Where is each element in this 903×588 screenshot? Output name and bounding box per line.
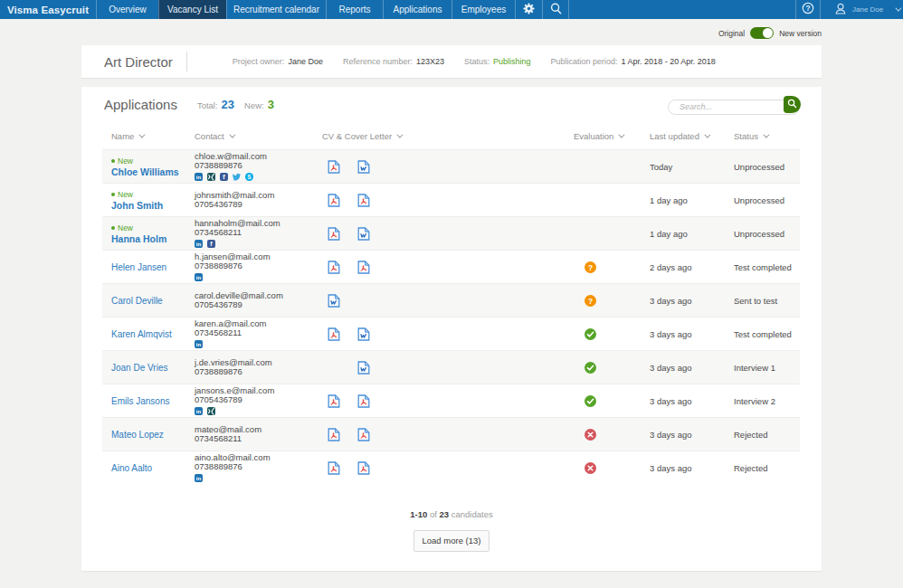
user-menu[interactable]: Jane Doe — [820, 0, 903, 19]
last-updated-text: 3 days ago — [650, 384, 734, 417]
nav-item-recruitment-calendar[interactable]: Recruitment calendar — [226, 0, 326, 19]
letter-pdf-document-icon[interactable] — [357, 461, 370, 475]
nav-item-overview[interactable]: Overview — [96, 0, 158, 19]
cv-pdf-document-icon[interactable] — [328, 261, 340, 274]
evaluation-question-icon[interactable]: ? — [585, 295, 596, 307]
nav-settings-button[interactable] — [515, 0, 542, 19]
status-text: Interview 1 — [734, 351, 800, 384]
applications-header: Applications Total: 23 New: 3 — [81, 87, 822, 122]
search-submit-button[interactable] — [784, 96, 801, 113]
candidates-label: candidates — [452, 509, 493, 519]
evaluation-check-icon[interactable] — [585, 362, 596, 374]
letter-word-document-icon[interactable] — [357, 160, 370, 174]
candidate-name-link[interactable]: Helen Jansen — [111, 262, 186, 272]
candidate-name-link[interactable]: Chloe Williams — [111, 166, 186, 177]
version-toggle-switch[interactable] — [750, 27, 774, 39]
evaluation-cross-icon[interactable] — [585, 429, 596, 441]
applications-title: Applications — [104, 97, 177, 112]
linkedin-icon[interactable]: in — [195, 240, 203, 248]
column-header-last-updated[interactable]: Last updated — [650, 122, 734, 149]
skype-icon[interactable]: S — [245, 173, 253, 181]
cv-pdf-document-icon[interactable] — [328, 327, 340, 341]
new-badge-label: New — [118, 156, 133, 166]
cv-word-document-icon[interactable] — [328, 294, 340, 308]
letter-pdf-document-icon[interactable] — [357, 261, 370, 274]
meta-label: Publication period: — [551, 57, 618, 66]
column-header-cv[interactable]: CV & Cover Letter — [322, 122, 574, 149]
cv-pdf-document-icon[interactable] — [328, 227, 340, 241]
search-input[interactable] — [668, 100, 800, 115]
table-row: Emils Jansons jansons.e@mail.com 0705436… — [102, 384, 800, 417]
linkedin-icon[interactable]: in — [195, 407, 203, 415]
candidate-name-link[interactable]: Aino Aalto — [111, 463, 186, 473]
meta-value: Jane Doe — [288, 57, 323, 66]
documents-cell — [322, 451, 574, 484]
candidate-name-link[interactable]: Emils Jansons — [111, 396, 186, 406]
facebook-icon[interactable]: f — [207, 240, 215, 248]
nav-item-vacancy-list[interactable]: Vacancy List — [158, 0, 226, 19]
xing-icon[interactable] — [207, 173, 215, 181]
social-icons-row: infS — [195, 173, 322, 181]
sort-chevron-icon — [704, 131, 710, 138]
column-header-contact[interactable]: Contact — [186, 122, 322, 149]
letter-pdf-document-icon[interactable] — [357, 428, 370, 441]
evaluation-cell — [574, 384, 650, 417]
evaluation-question-icon[interactable]: ? — [585, 261, 596, 273]
cv-pdf-document-icon[interactable] — [328, 461, 340, 475]
candidate-name-link[interactable]: Mateo Lopez — [111, 430, 186, 440]
linkedin-icon[interactable]: in — [195, 173, 203, 181]
evaluation-check-icon[interactable] — [585, 395, 596, 407]
cv-pdf-document-icon[interactable] — [328, 160, 340, 174]
letter-word-document-icon[interactable] — [357, 361, 370, 375]
last-updated-text: 3 days ago — [650, 451, 734, 484]
brand-logo[interactable]: Visma Easycruit — [0, 0, 96, 19]
candidate-phone: 0738889876 — [195, 367, 322, 377]
pagination-summary: 1-10 of 23 candidates — [81, 509, 822, 519]
candidate-phone: 0738889876 — [195, 462, 322, 472]
cv-pdf-document-icon[interactable] — [328, 194, 340, 207]
new-label: New: — [244, 100, 264, 110]
candidate-name-link[interactable]: Joan De Vries — [111, 363, 186, 373]
letter-pdf-document-icon[interactable] — [357, 194, 370, 207]
cv-pdf-document-icon[interactable] — [328, 428, 340, 441]
candidate-name-link[interactable]: Karen Almqvist — [111, 329, 186, 339]
evaluation-cross-icon[interactable] — [585, 462, 596, 474]
column-header-evaluation[interactable]: Evaluation — [574, 122, 650, 149]
linkedin-icon[interactable]: in — [195, 273, 203, 281]
load-more-button[interactable]: Load more (13) — [413, 530, 490, 552]
table-row: Karen Almqvist karen.a@mail.com 07345682… — [102, 317, 800, 350]
empty-document-slot — [357, 294, 370, 308]
evaluation-cell — [574, 318, 650, 350]
nav-item-reports[interactable]: Reports — [326, 0, 383, 19]
candidate-name-link[interactable]: Hanna Holm — [111, 233, 186, 244]
vacancy-title: Art Director — [104, 54, 173, 70]
last-updated-text: 3 days ago — [650, 351, 734, 384]
documents-cell — [322, 251, 574, 283]
candidate-name-link[interactable]: John Smith — [111, 200, 186, 211]
facebook-icon[interactable]: f — [220, 173, 228, 181]
column-header-name[interactable]: Name — [102, 122, 186, 149]
linkedin-icon[interactable]: in — [195, 340, 203, 348]
table-header-row: Name Contact CV & Cover Letter Evaluatio… — [102, 122, 800, 149]
letter-pdf-document-icon[interactable] — [357, 394, 370, 408]
social-icons-row: in — [195, 407, 322, 415]
evaluation-cell — [574, 150, 650, 183]
status-text: Rejected — [734, 418, 800, 450]
column-header-status[interactable]: Status — [734, 122, 800, 149]
nav-item-applications[interactable]: Applications — [383, 0, 452, 19]
nav-search-button[interactable] — [542, 0, 568, 19]
letter-word-document-icon[interactable] — [357, 327, 370, 341]
meta-label: Reference number: — [343, 57, 413, 66]
new-badge: New — [111, 223, 186, 232]
social-icons-row: in — [195, 273, 322, 281]
letter-word-document-icon[interactable] — [357, 227, 370, 241]
evaluation-check-icon[interactable] — [585, 328, 596, 340]
linkedin-icon[interactable]: in — [195, 474, 203, 482]
twitter-icon[interactable] — [233, 173, 241, 181]
candidate-name-link[interactable]: Carol Deville — [111, 296, 186, 306]
help-button[interactable]: ? — [795, 0, 820, 19]
evaluation-cell — [574, 351, 650, 384]
xing-icon[interactable] — [207, 407, 215, 415]
nav-item-employees[interactable]: Employees — [452, 0, 515, 19]
cv-pdf-document-icon[interactable] — [328, 394, 340, 408]
